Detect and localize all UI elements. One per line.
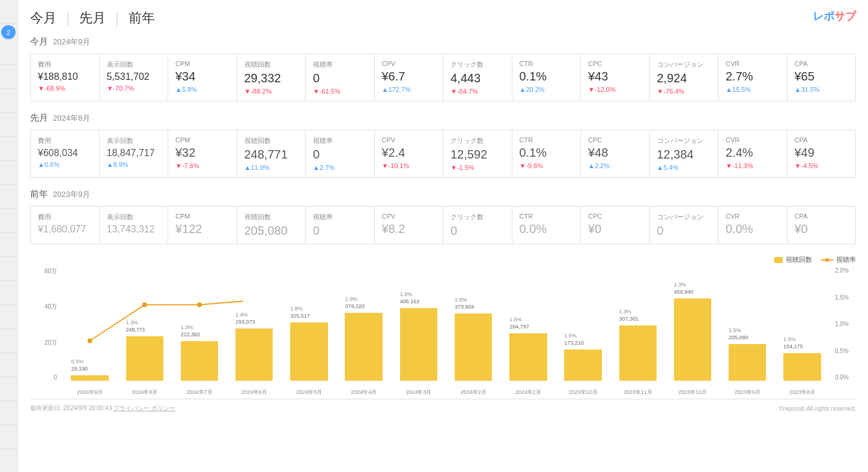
bar-group: 459,9401.3% <box>666 273 719 381</box>
metric-value: ¥34 <box>175 70 229 83</box>
chart-container: 60万40万20万0 2.0%1.5%1.0%0.5%0.0% 29,1900.… <box>30 267 856 399</box>
y-left-label: 60万 <box>44 267 57 276</box>
metric-cell: CVR2.7%▲15.5% <box>718 54 787 101</box>
metric-label: コンバージョン <box>657 136 711 145</box>
chart-bar: 373,9041.8% <box>455 313 492 381</box>
x-axis-label: 2024年1月 <box>502 389 555 396</box>
bar-pct-label: 1.5% <box>729 327 741 333</box>
metric-cell: 視聴回数248,771▲11.9% <box>237 130 306 177</box>
metric-label: CVR <box>726 60 780 67</box>
metric-label: 視聴率 <box>313 60 367 69</box>
bar-value-label: 264,797 <box>509 324 529 330</box>
x-axis-label: 2024年8月 <box>118 389 171 396</box>
sidebar-number-14 <box>0 305 17 329</box>
metric-value: 12,384 <box>657 148 711 162</box>
y-right-label: 0.0% <box>835 374 849 381</box>
metric-value: 12,592 <box>451 148 505 162</box>
metric-label: クリック数 <box>451 213 505 222</box>
metric-label: CPV <box>382 60 436 67</box>
current-label: 今月 <box>30 36 48 47</box>
metric-cell: 視聴率0▼-61.5% <box>306 54 374 101</box>
y-right-label: 0.5% <box>835 348 849 354</box>
metric-change: ▼-88.2% <box>244 88 299 95</box>
metric-cell: 視聴回数29,332▼-88.2% <box>237 54 306 101</box>
x-axis-label: 2024年4月 <box>337 389 390 396</box>
privacy-link[interactable]: プライバシー ポリシー <box>114 405 175 411</box>
yearago-header: 前年 2023年9月 <box>30 189 856 200</box>
chart-bar: 173,2101.5% <box>564 349 601 381</box>
metric-change: ▼-1.5% <box>451 164 505 171</box>
yearago-period: 2023年9月 <box>53 189 90 200</box>
metric-value: 0 <box>313 148 367 162</box>
bar-pct-label: 1.8% <box>455 297 467 303</box>
bar-pct-label: 1.4% <box>235 312 248 318</box>
metric-change: ▼-10.1% <box>382 162 436 169</box>
metric-label: 視聴回数 <box>244 136 299 145</box>
metric-label: CPA <box>795 213 849 220</box>
sidebar-number-7 <box>0 137 17 161</box>
chart-bar: 248,7711.3% <box>126 336 163 381</box>
legend-line-label: 視聴率 <box>836 255 856 264</box>
chart-bar: 205,0801.5% <box>729 344 766 381</box>
legend-line-icon <box>821 259 833 261</box>
metric-change: ▼-11.3% <box>726 162 780 169</box>
bar-group: 264,7971.5% <box>502 273 555 381</box>
legend-bar-label: 視聴回数 <box>786 255 812 264</box>
chart-bar: 307,3011.3% <box>619 325 657 381</box>
bar-group: 222,3621.3% <box>172 273 226 381</box>
current-period: 2024年9月 <box>53 37 90 47</box>
metric-change: ▼-4.5% <box>795 162 849 169</box>
yearago-metrics-grid: 費用¥1,680,077表示回数13,743,312CPM¥122視聴回数205… <box>30 206 856 244</box>
metric-value: 0.1% <box>520 146 574 160</box>
metric-label: CVR <box>726 136 780 144</box>
metric-change: ▼-9.6% <box>520 162 574 169</box>
metric-value: ¥48 <box>588 146 642 160</box>
page-title: 今月 ｜ 先月 ｜ 前年 <box>30 9 856 27</box>
metric-change: ▲0.6% <box>38 161 92 168</box>
metric-change: ▼-12.0% <box>588 86 642 93</box>
metric-value: ¥608,034 <box>38 148 92 159</box>
metric-cell: CPA¥49▼-4.5% <box>788 130 856 177</box>
y-left-label: 20万 <box>44 339 57 347</box>
bar-value-label: 459,940 <box>674 289 694 295</box>
metric-change: ▼-68.9% <box>38 85 92 92</box>
bar-value-label: 173,210 <box>564 340 584 346</box>
footer-copyright: ©reposub All rights reserved. <box>778 405 856 412</box>
metric-label: CVR <box>726 213 780 220</box>
bar-pct-label: 1.3% <box>619 309 632 315</box>
metric-label: CPM <box>175 213 229 220</box>
metric-cell: CPV¥8.2 <box>375 207 443 244</box>
sidebar-number-15 <box>0 329 17 353</box>
yearago-label: 前年 <box>30 189 48 200</box>
x-axis-label: 2023年10月 <box>666 389 719 396</box>
metric-change: ▲20.2% <box>520 86 574 93</box>
metric-value: 2,924 <box>657 71 711 85</box>
metric-cell: コンバージョン0 <box>650 207 718 244</box>
prev-label: 先月 <box>30 112 48 124</box>
metric-label: コンバージョン <box>657 60 711 69</box>
chart-bar: 379,3201.9% <box>345 313 382 381</box>
metric-cell: 表示回数13,743,312 <box>100 207 168 244</box>
logo: レポサブ <box>813 9 856 23</box>
metric-value: ¥43 <box>588 70 642 83</box>
metric-value: 0.0% <box>520 222 574 236</box>
metric-change: ▼-61.5% <box>313 88 367 95</box>
metric-label: 視聴回数 <box>244 213 299 222</box>
metric-value: 0 <box>657 224 711 238</box>
bar-value-label: 293,073 <box>235 319 255 325</box>
metric-value: 0 <box>313 224 367 238</box>
metric-value: ¥6.7 <box>382 70 436 83</box>
metric-cell: CVR0.0% <box>718 207 787 244</box>
metric-cell: コンバージョン12,384▲5.4% <box>650 130 718 177</box>
prev-month-header: 先月 2024年8月 <box>30 112 856 124</box>
x-axis-label: 2024年5月 <box>282 389 336 396</box>
metric-cell: 視聴率0▲2.7% <box>306 130 374 177</box>
metric-label: CPV <box>382 136 436 144</box>
sidebar-number-6 <box>0 113 17 137</box>
metric-cell: CTR0.0% <box>512 207 581 244</box>
y-right-label: 2.0% <box>835 267 849 274</box>
metric-value: ¥2.4 <box>382 146 436 160</box>
title-current: 今月 <box>30 9 56 27</box>
metric-cell: CPV¥6.7▲172.7% <box>375 54 443 101</box>
metric-value: ¥32 <box>175 146 229 160</box>
